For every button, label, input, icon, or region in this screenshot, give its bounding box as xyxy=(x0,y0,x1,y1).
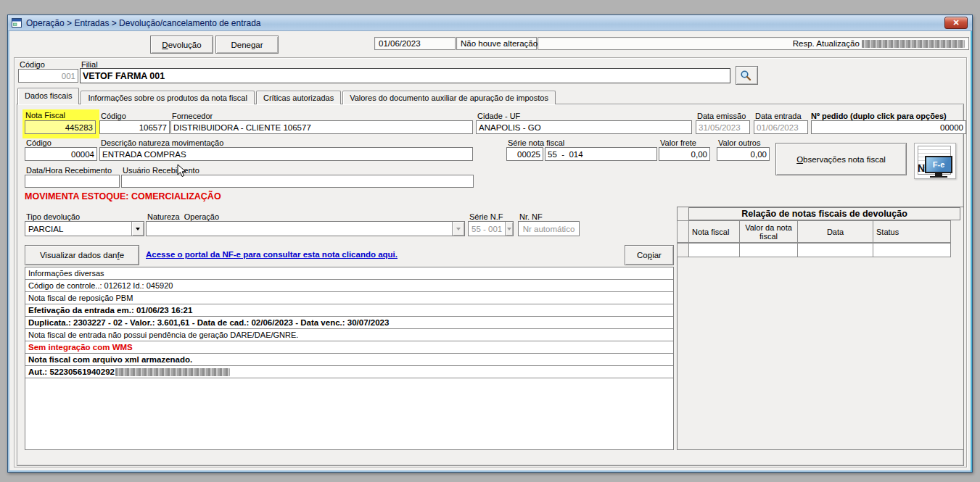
fornecedor-codigo-value: 106577 xyxy=(139,123,167,132)
chevron-down-icon xyxy=(456,228,461,230)
cidade-uf-value: ANAPOLIS - GO xyxy=(479,123,541,132)
nota-fiscal-input[interactable]: 445283 xyxy=(25,120,96,134)
tab-dados-fiscais[interactable]: Dados fiscais xyxy=(17,88,79,104)
column-header-data: Data xyxy=(797,220,873,243)
natureza-codigo-label: Código xyxy=(26,138,52,147)
observacoes-button-accel: O xyxy=(796,155,803,164)
usuario-recebimento-input[interactable] xyxy=(121,175,474,188)
nfe-portal-link[interactable]: Acesse o portal da NF-e para consultar e… xyxy=(146,250,398,259)
tipo-devolucao-dropdown-button[interactable] xyxy=(131,222,144,236)
serie-nota-fiscal-value: 00025 xyxy=(517,150,540,159)
relacao-header-row: Nota fiscal Valor da nota fiscal Data St… xyxy=(678,220,951,243)
data-hora-recebimento-input[interactable] xyxy=(25,175,120,188)
fornecedor-label: Fornecedor xyxy=(172,112,213,120)
redacted-aut-number xyxy=(115,368,230,376)
serie-modelo-value: 55 - 014 xyxy=(548,150,583,159)
natureza-operacao-select xyxy=(146,221,465,236)
informacoes-diversas-panel: Informações diversas Código de controle.… xyxy=(25,267,674,450)
natureza-codigo-value: 00004 xyxy=(71,150,94,159)
devolucao-button[interactable]: Devolução xyxy=(150,36,213,54)
pedido-input[interactable]: 00000 xyxy=(811,120,966,134)
filial-codigo-field: 001 xyxy=(18,69,78,83)
natureza-operacao-value xyxy=(147,222,452,236)
serie-nf-label: Série N.F xyxy=(469,212,503,221)
magnifier-icon xyxy=(740,52,754,99)
nfe-icon-n: N xyxy=(918,162,925,174)
observacoes-button[interactable]: Observações nota fiscal xyxy=(775,143,907,175)
resp-atualizacao-display: Resp. Atualização xyxy=(538,37,969,50)
observacoes-button-label: bservações nota fiscal xyxy=(803,155,886,164)
valor-outros-label: Valor outros xyxy=(718,138,761,147)
info-row: Nota fiscal com arquivo xml armazenado. xyxy=(25,354,673,366)
close-button[interactable]: ✕ xyxy=(944,17,968,29)
nr-nf-placeholder: Nr automático xyxy=(523,225,575,233)
copiar-button-pre: Co xyxy=(637,251,648,259)
valor-outros-value: 0,00 xyxy=(751,150,767,159)
nota-fiscal-label: Nota Fiscal xyxy=(25,111,65,120)
natureza-operacao-label: Natureza Operação xyxy=(147,212,219,221)
app-window: Operação > Entradas > Devolução/cancelam… xyxy=(7,14,973,473)
tab-criticas-autorizadas[interactable]: Críticas autorizadas xyxy=(256,91,341,104)
nota-fiscal-value: 445283 xyxy=(65,123,93,132)
data-entrada-label: Data entrada xyxy=(755,112,802,120)
filial-search-button[interactable] xyxy=(736,66,758,85)
visualizar-danfe-button[interactable]: Visualizar dados danfe xyxy=(25,245,139,265)
valor-outros-input[interactable]: 0,00 xyxy=(717,147,770,161)
denegar-button[interactable]: Denegar xyxy=(215,36,279,54)
cidade-uf-input[interactable]: ANAPOLIS - GO xyxy=(476,120,692,134)
natureza-operacao-dropdown-button xyxy=(452,222,464,236)
natureza-codigo-input[interactable]: 00004 xyxy=(25,147,97,161)
cell-nota-fiscal xyxy=(688,243,740,257)
fornecedor-codigo-input[interactable]: 106577 xyxy=(99,120,170,134)
close-icon: ✕ xyxy=(952,18,959,28)
serie-nota-fiscal-label: Série nota fiscal xyxy=(508,138,564,147)
valor-frete-label: Valor frete xyxy=(660,138,696,147)
tipo-devolucao-select[interactable]: PARCIAL xyxy=(25,221,144,236)
filial-codigo-label: Código xyxy=(20,60,45,69)
current-date-value: 01/06/2023 xyxy=(379,39,421,48)
info-row-aut: Aut.: 52230561940292 xyxy=(25,366,673,378)
filial-value: VETOF FARMA 001 xyxy=(83,71,165,81)
natureza-descricao-label: Descrição natureza movimentação xyxy=(101,138,223,147)
serie-nota-fiscal-input[interactable]: 00025 xyxy=(506,147,543,161)
serie-nf-dropdown-button xyxy=(505,222,513,236)
info-row: Informações diversas xyxy=(25,267,673,280)
relacao-notas-panel: Relação de notas fiscais de devolução No… xyxy=(677,207,964,450)
nfe-icon-fe: F-e xyxy=(933,160,945,169)
resp-atualizacao-label: Resp. Atualização xyxy=(793,39,862,48)
denegar-button-label: Denegar xyxy=(231,41,263,49)
visualizar-danfe-pre: Visualizar dados dan xyxy=(40,251,118,259)
serie-nf-value: 55 - 001 xyxy=(469,222,505,236)
current-date-display: 01/06/2023 xyxy=(374,37,456,50)
tab-valores-documento[interactable]: Valores do documento auxiliar de apuraçã… xyxy=(342,91,556,104)
chevron-down-icon xyxy=(136,228,140,230)
movimenta-estoque-text: MOVIMENTA ESTOQUE: COMERCIALIZAÇÃO xyxy=(25,191,221,201)
tab-informacoes-produtos[interactable]: Informações sobre os produtos da nota fi… xyxy=(81,91,255,104)
nfe-monitor-base xyxy=(930,176,947,178)
serie-modelo-input[interactable]: 55 - 014 xyxy=(545,147,657,161)
fornecedor-codigo-label: Código xyxy=(101,112,126,120)
cell-status xyxy=(873,243,951,257)
tipo-devolucao-value: PARCIAL xyxy=(25,222,131,236)
grid-indicator-cell xyxy=(677,243,689,257)
data-entrada-field: 01/06/2023 xyxy=(754,120,808,134)
redacted-responsible-name xyxy=(862,40,965,48)
filial-field[interactable]: VETOF FARMA 001 xyxy=(80,68,730,83)
natureza-descricao-input[interactable]: ENTRADA COMPRAS xyxy=(99,147,473,161)
nr-nf-label: Nr. NF xyxy=(519,212,543,221)
aut-number-prefix: Aut.: 52230561940292 xyxy=(28,367,115,376)
copiar-button[interactable]: Copiar xyxy=(625,245,674,265)
alteration-status-display: Não houve alteração xyxy=(456,37,537,50)
fornecedor-value: DISTRIBUIDORA - CLIENTE 106577 xyxy=(173,123,311,132)
natureza-descricao-value: ENTRADA COMPRAS xyxy=(102,150,186,159)
copiar-button-rest: iar xyxy=(652,251,662,259)
relacao-notas-title: Relação de notas fiscais de devolução xyxy=(688,207,960,220)
cell-valor xyxy=(739,243,798,257)
nfe-icon[interactable]: N F-e xyxy=(914,143,956,179)
usuario-recebimento-label: Usuário Recebimento xyxy=(123,166,199,175)
info-row: Sem integração com WMS xyxy=(25,341,673,354)
info-row: Nota fiscal de reposição PBM xyxy=(25,292,673,304)
valor-frete-input[interactable]: 0,00 xyxy=(659,147,710,161)
info-row: Nota fiscal de entrada não possui pendên… xyxy=(25,329,673,341)
fornecedor-input[interactable]: DISTRIBUIDORA - CLIENTE 106577 xyxy=(170,120,473,134)
